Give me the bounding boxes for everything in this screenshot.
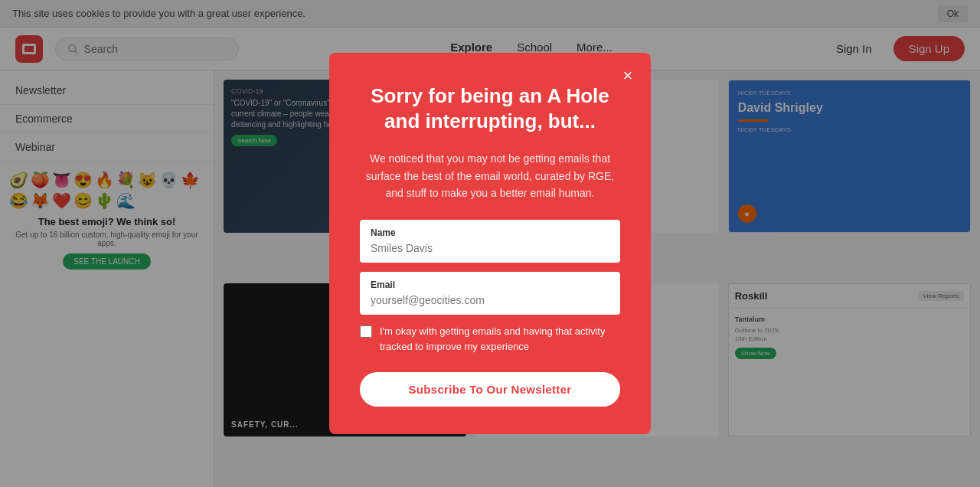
subscribe-button[interactable]: Subscribe To Our Newsletter: [360, 372, 620, 407]
modal-close-button[interactable]: ×: [617, 65, 639, 87]
email-label: Email: [371, 279, 609, 290]
modal-overlay[interactable]: × Sorry for being an A Hole and interrup…: [0, 0, 980, 487]
email-input[interactable]: [371, 294, 609, 306]
modal-body: We noticed that you may not be getting e…: [360, 150, 620, 201]
checkbox-row: I'm okay with getting emails and having …: [360, 324, 620, 354]
name-input-group: Name: [360, 220, 620, 263]
name-input[interactable]: [371, 242, 609, 254]
name-label: Name: [371, 227, 609, 238]
email-input-group: Email: [360, 272, 620, 315]
consent-checkbox[interactable]: [360, 325, 372, 338]
modal-title: Sorry for being an A Hole and interrupti…: [360, 83, 620, 136]
checkbox-label: I'm okay with getting emails and having …: [380, 324, 620, 354]
subscription-modal: × Sorry for being an A Hole and interrup…: [329, 53, 651, 435]
